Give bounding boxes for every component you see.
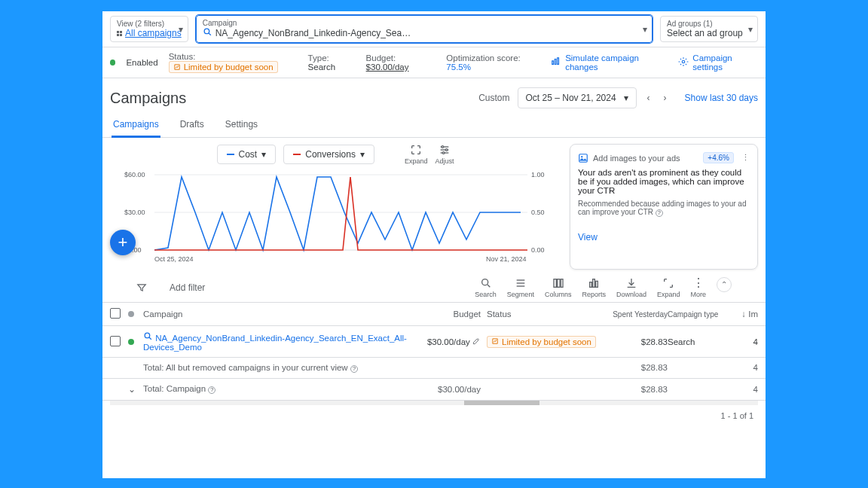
status-dot-header bbox=[128, 311, 134, 317]
chevron-down-icon: ▾ bbox=[179, 24, 183, 35]
breadcrumb-adgroup[interactable]: Ad groups (1) Select an ad group ▾ bbox=[660, 16, 758, 42]
pagination-info: 1 - 1 of 1 bbox=[102, 405, 766, 426]
help-icon[interactable]: ? bbox=[350, 365, 358, 373]
metric-cost-dropdown[interactable]: Cost▾ bbox=[217, 145, 277, 164]
rec-head: Add images to your ads bbox=[593, 154, 680, 163]
svg-line-1 bbox=[209, 33, 211, 35]
svg-text:0.50: 0.50 bbox=[531, 209, 545, 216]
horizontal-scrollbar[interactable] bbox=[110, 401, 758, 405]
row-checkbox[interactable] bbox=[110, 336, 121, 346]
col-spent[interactable]: Spent Yesterday bbox=[607, 310, 668, 319]
svg-text:1.00: 1.00 bbox=[531, 171, 545, 178]
scroll-thumb[interactable] bbox=[464, 401, 539, 405]
campaign-link[interactable]: NA_Agency_NonBrand_Linkedin-Agency_Searc… bbox=[143, 334, 407, 352]
next-period-button[interactable]: › bbox=[661, 90, 670, 106]
prev-period-button[interactable]: ‹ bbox=[644, 90, 653, 106]
help-icon[interactable]: ? bbox=[656, 209, 663, 217]
metric-conversions-dropdown[interactable]: Conversions▾ bbox=[283, 145, 374, 164]
svg-point-36 bbox=[145, 333, 150, 338]
svg-line-37 bbox=[149, 337, 151, 340]
svg-point-5 bbox=[683, 60, 686, 63]
tool-download[interactable]: Download bbox=[616, 277, 646, 298]
segment-icon bbox=[515, 277, 527, 289]
date-range-picker[interactable]: Oct 25 – Nov 21, 2024▾ bbox=[518, 87, 637, 108]
col-type[interactable]: Campaign type bbox=[668, 310, 728, 319]
col-imp[interactable]: Im bbox=[748, 310, 758, 319]
chevron-up-icon: ⌃ bbox=[721, 280, 727, 288]
tool-segment[interactable]: Segment bbox=[507, 277, 534, 298]
tabs: Campaigns Drafts Settings bbox=[102, 108, 766, 138]
select-all-checkbox[interactable] bbox=[110, 308, 121, 319]
breadcrumb-campaign[interactable]: Campaign NA_Agency_NonBrand_Linkedin-Age… bbox=[196, 15, 653, 43]
total-label: Total: Campaign bbox=[143, 384, 206, 393]
tool-search[interactable]: Search bbox=[475, 277, 497, 298]
red-line-icon bbox=[293, 154, 301, 155]
table-row[interactable]: NA_Agency_NonBrand_Linkedin-Agency_Searc… bbox=[102, 326, 766, 358]
total-imp: 4 bbox=[728, 385, 758, 394]
help-icon[interactable]: ? bbox=[208, 386, 215, 394]
image-icon bbox=[578, 153, 588, 163]
col-budget[interactable]: Budget bbox=[411, 310, 487, 319]
status-label: Status: bbox=[169, 52, 196, 61]
adjust-chart-button[interactable]: Adjust bbox=[435, 144, 454, 165]
blue-line-icon bbox=[227, 154, 234, 155]
optscore-value[interactable]: 75.5% bbox=[446, 63, 471, 72]
view-value: All campaigns bbox=[125, 28, 182, 38]
view-filter-label: View (2 filters) bbox=[117, 20, 182, 28]
col-campaign[interactable]: Campaign bbox=[143, 310, 411, 319]
tab-settings[interactable]: Settings bbox=[224, 113, 259, 137]
edit-icon[interactable] bbox=[472, 337, 481, 345]
enabled-status-dot bbox=[110, 59, 115, 66]
tab-campaigns[interactable]: Campaigns bbox=[112, 113, 160, 138]
filter-icon[interactable] bbox=[136, 282, 147, 293]
add-button[interactable]: + bbox=[110, 230, 136, 255]
col-status[interactable]: Status bbox=[487, 310, 607, 319]
tool-expand[interactable]: Expand bbox=[657, 277, 680, 298]
performance-chart: $60.00 $30.00 $0.00 1.00 0.50 0.00 Oct 2… bbox=[110, 169, 561, 267]
adgroup-label: Ad groups (1) bbox=[667, 20, 751, 28]
plus-icon: + bbox=[118, 233, 128, 252]
chart-icon bbox=[551, 56, 561, 69]
optscore-label: Optimization score: bbox=[446, 53, 520, 63]
limited-budget-badge[interactable]: Limited by budget soon bbox=[169, 61, 278, 73]
svg-rect-2 bbox=[552, 61, 554, 65]
tool-reports[interactable]: Reports bbox=[582, 277, 606, 298]
rec-view-link[interactable]: View bbox=[578, 232, 598, 242]
campaigns-table: Campaign Budget Status Spent Yesterday C… bbox=[102, 303, 766, 401]
tab-drafts[interactable]: Drafts bbox=[179, 113, 206, 137]
tool-more[interactable]: ⋮More bbox=[690, 277, 706, 298]
campaign-settings-link[interactable]: Campaign settings bbox=[678, 53, 758, 72]
tool-columns[interactable]: Columns bbox=[545, 277, 572, 298]
simulate-link[interactable]: Simulate campaign changes bbox=[551, 53, 665, 72]
reports-icon bbox=[588, 277, 600, 289]
sort-down-icon: ↓ bbox=[741, 310, 746, 319]
status-line: Enabled Status: Limited by budget soon T… bbox=[102, 47, 766, 78]
svg-rect-3 bbox=[555, 59, 556, 65]
breadcrumb-view[interactable]: View (2 filters) All campaigns ▾ bbox=[110, 16, 188, 42]
show-30-days-link[interactable]: Show last 30 days bbox=[685, 93, 758, 103]
collapse-button[interactable]: ⌃ bbox=[717, 277, 732, 292]
custom-label: Custom bbox=[478, 93, 509, 103]
svg-rect-30 bbox=[554, 279, 556, 287]
campaign-value: NA_Agency_NonBrand_Linkedin-Agency_Searc… bbox=[215, 28, 411, 38]
expand-icon bbox=[662, 277, 674, 289]
magnifier-icon bbox=[143, 334, 153, 343]
sliders-icon bbox=[439, 144, 451, 156]
chevron-down-icon: ▾ bbox=[261, 149, 266, 160]
expand-chart-button[interactable]: Expand bbox=[405, 144, 428, 165]
svg-point-9 bbox=[442, 146, 444, 148]
expand-icon bbox=[410, 144, 422, 156]
svg-point-24 bbox=[581, 156, 582, 157]
table-total-row: ⌄ Total: Campaign ? $30.00/day $28.83 4 bbox=[102, 379, 766, 401]
add-filter-input[interactable]: Add filter bbox=[170, 282, 205, 293]
table-total-row: Total: All but removed campaigns in your… bbox=[102, 358, 766, 379]
svg-line-26 bbox=[487, 285, 490, 287]
chevron-down-icon[interactable]: ⌄ bbox=[128, 385, 136, 394]
rec-title: Your ads aren't as prominent as they cou… bbox=[578, 168, 750, 195]
budget-value[interactable]: $30.00/day bbox=[366, 63, 409, 72]
row-budget: $30.00/day bbox=[427, 337, 470, 346]
svg-rect-32 bbox=[561, 279, 563, 287]
more-vert-icon[interactable]: ⋮ bbox=[741, 153, 750, 163]
svg-rect-33 bbox=[590, 282, 592, 287]
limited-budget-badge[interactable]: Limited by budget soon bbox=[487, 336, 596, 348]
